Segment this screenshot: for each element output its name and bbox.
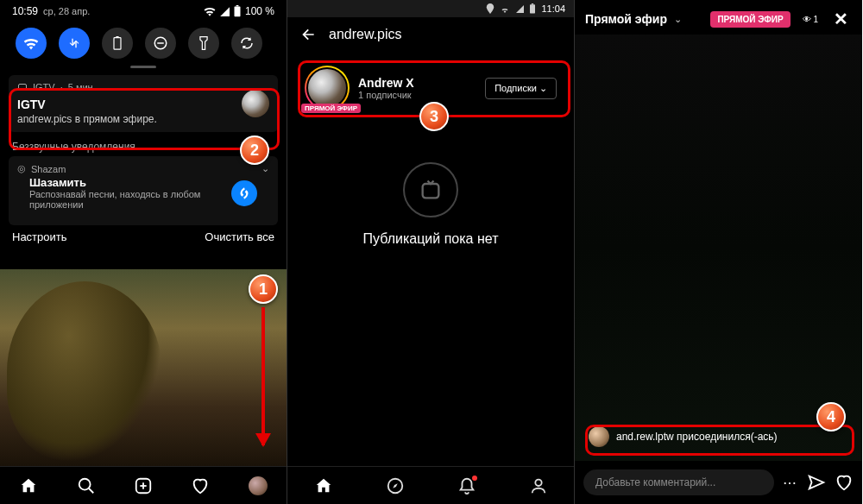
location-icon bbox=[486, 3, 494, 14]
shazam-sub: Распознавай песни, находясь в любом прил… bbox=[29, 189, 231, 210]
nav-home-icon[interactable] bbox=[19, 476, 38, 495]
nav-heart-icon[interactable] bbox=[191, 476, 210, 495]
back-icon[interactable] bbox=[299, 26, 317, 43]
svg-line-8 bbox=[88, 488, 93, 493]
follow-label: Подписки bbox=[494, 83, 537, 93]
chevron-down-icon[interactable]: ⌄ bbox=[674, 14, 682, 25]
comment-placeholder: Добавьте комментарий... bbox=[595, 476, 715, 488]
phone-2-profile-page: 11:04 andrew.pics ПРЯМОЙ ЭФИР Andrew X 1… bbox=[287, 0, 575, 504]
joined-text: and.rew.lptw присоединился(-ась) bbox=[616, 431, 778, 443]
heart-icon[interactable] bbox=[835, 473, 854, 492]
qs-dnd-toggle[interactable] bbox=[145, 28, 176, 59]
qs-flashlight-toggle[interactable] bbox=[188, 28, 219, 59]
live-tag: ПРЯМОЙ ЭФИР bbox=[301, 104, 361, 113]
empty-state-text: Публикаций пока нет bbox=[287, 231, 574, 247]
follow-dropdown[interactable]: Подписки ⌄ bbox=[485, 78, 557, 99]
signal-icon bbox=[219, 6, 230, 16]
notif-title: IGTV bbox=[17, 98, 269, 111]
notif-actions-row: Настроить Очистить все bbox=[0, 225, 287, 249]
notif-app-name: IGTV bbox=[33, 82, 55, 92]
chevron-down-icon[interactable]: ⌄ bbox=[261, 163, 269, 174]
live-top-bar: Прямой эфир ⌄ ПРЯМОЙ ЭФИР 👁 1 ✕ bbox=[575, 0, 862, 38]
status-time: 11:04 bbox=[541, 3, 565, 14]
qs-data-toggle[interactable] bbox=[59, 28, 90, 59]
profile-header: andrew.pics bbox=[287, 17, 574, 52]
svg-point-16 bbox=[535, 479, 541, 485]
joined-notification: and.rew.lptw присоединился(-ась) bbox=[583, 421, 854, 452]
svg-rect-6 bbox=[19, 85, 27, 91]
nav-profile-avatar[interactable] bbox=[249, 476, 268, 495]
status-time: 10:59 bbox=[12, 5, 38, 17]
eye-icon: 👁 bbox=[803, 15, 814, 24]
notif-body: andrew.pics в прямом эфире. bbox=[17, 113, 269, 125]
joined-username: and.rew.lptw bbox=[616, 431, 674, 443]
profile-card: ПРЯМОЙ ЭФИР Andrew X 1 подписчик Подписк… bbox=[296, 57, 565, 119]
instagram-bottom-nav bbox=[287, 466, 574, 504]
nav-home-icon[interactable] bbox=[314, 476, 333, 495]
qs-wifi-toggle[interactable] bbox=[16, 28, 47, 59]
comment-input[interactable]: Добавьте комментарий... bbox=[583, 469, 774, 495]
more-icon[interactable]: ⋯ bbox=[783, 475, 798, 491]
shazam-notification[interactable]: ◎ Shazam ⌄ Шазамить Распознавай песни, н… bbox=[9, 156, 278, 225]
battery-percent: 100 % bbox=[245, 5, 274, 17]
wifi-icon bbox=[204, 6, 216, 16]
phone-1-notification-shade: 10:59 ср, 28 апр. 100 % bbox=[0, 0, 287, 504]
live-title[interactable]: Прямой эфир bbox=[585, 12, 667, 26]
battery-icon bbox=[529, 3, 536, 14]
qs-expand-handle[interactable] bbox=[130, 66, 156, 68]
svg-rect-3 bbox=[116, 36, 118, 38]
battery-icon bbox=[233, 5, 242, 17]
live-badge: ПРЯМОЙ ЭФИР bbox=[710, 11, 790, 28]
live-video-area[interactable] bbox=[575, 35, 862, 461]
qs-battery-toggle[interactable] bbox=[102, 28, 133, 59]
igtv-app-icon bbox=[17, 82, 28, 92]
profile-name: Andrew X bbox=[358, 76, 414, 90]
wifi-icon bbox=[500, 4, 510, 13]
status-icons: 100 % bbox=[204, 5, 274, 17]
silent-section-label: Беззвучные уведомления bbox=[0, 132, 287, 156]
svg-rect-0 bbox=[234, 6, 240, 16]
joined-avatar bbox=[589, 426, 609, 447]
notif-avatar bbox=[242, 90, 269, 117]
close-icon[interactable]: ✕ bbox=[830, 9, 852, 29]
username-title[interactable]: andrew.pics bbox=[329, 27, 402, 42]
comment-bar: Добавьте комментарий... ⋯ bbox=[583, 469, 854, 495]
status-bar: 11:04 bbox=[287, 0, 574, 17]
igtv-notification[interactable]: IGTV · 5 мин. IGTV andrew.pics в прямом … bbox=[9, 75, 278, 132]
profile-subscribers: 1 подписчик bbox=[358, 90, 414, 100]
nav-explore-icon[interactable] bbox=[386, 476, 405, 495]
notif-age: 5 мин. bbox=[68, 82, 96, 92]
signal-icon bbox=[515, 4, 524, 13]
qs-rotation-toggle[interactable] bbox=[231, 28, 262, 59]
viewer-count[interactable]: 👁 1 bbox=[797, 12, 823, 27]
svg-rect-2 bbox=[114, 38, 121, 50]
svg-rect-1 bbox=[236, 5, 239, 6]
joined-suffix: присоединился(-ась) bbox=[677, 431, 778, 443]
wallpaper-tree bbox=[7, 281, 162, 463]
shazam-app-name: Shazam bbox=[31, 164, 66, 174]
clear-all-button[interactable]: Очистить все bbox=[205, 230, 274, 243]
nav-profile-icon[interactable] bbox=[529, 476, 548, 495]
customize-button[interactable]: Настроить bbox=[12, 230, 67, 243]
shazam-small-icon: ◎ bbox=[17, 163, 26, 174]
quick-settings-row bbox=[0, 19, 287, 66]
shazam-title: Шазамить bbox=[29, 176, 231, 189]
svg-rect-13 bbox=[532, 3, 533, 4]
svg-point-7 bbox=[79, 478, 90, 489]
nav-create-icon[interactable] bbox=[134, 476, 153, 495]
instagram-bottom-nav bbox=[0, 466, 287, 504]
status-date: ср, 28 апр. bbox=[43, 6, 90, 16]
status-bar: 10:59 ср, 28 апр. 100 % bbox=[0, 0, 287, 19]
nav-notifications-icon[interactable] bbox=[457, 476, 476, 495]
send-icon[interactable] bbox=[807, 473, 826, 492]
phone-3-live-stream: Прямой эфир ⌄ ПРЯМОЙ ЭФИР 👁 1 ✕ and.rew.… bbox=[575, 0, 862, 504]
chevron-down-icon: ⌄ bbox=[539, 83, 547, 93]
nav-search-icon[interactable] bbox=[77, 476, 96, 495]
shazam-icon[interactable] bbox=[231, 180, 257, 206]
igtv-empty-icon bbox=[403, 162, 458, 217]
svg-rect-14 bbox=[423, 184, 439, 198]
svg-rect-12 bbox=[530, 4, 535, 13]
